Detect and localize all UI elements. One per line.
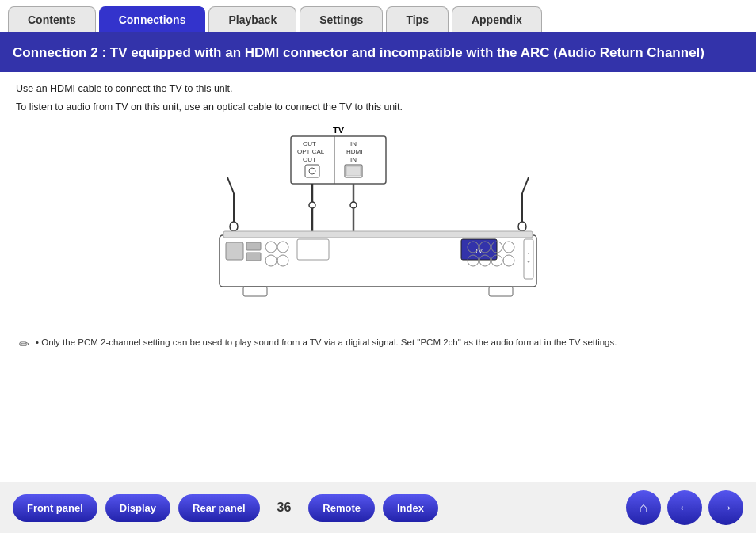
svg-rect-6 xyxy=(305,165,319,177)
bottom-navigation: Front panel Display Rear panel 36 Remote… xyxy=(0,482,756,533)
svg-text:TV: TV xyxy=(333,125,345,135)
svg-text:OUT: OUT xyxy=(303,156,316,163)
svg-rect-12 xyxy=(346,166,361,176)
svg-point-23 xyxy=(350,202,357,208)
note-icon: ✏ xyxy=(19,337,29,352)
svg-text:-: - xyxy=(528,251,529,256)
top-navigation: Contents Connections Playback Settings T… xyxy=(0,0,756,34)
svg-point-18 xyxy=(518,222,526,231)
svg-text:OPTICAL: OPTICAL xyxy=(297,148,325,155)
svg-text:IN: IN xyxy=(350,156,357,163)
tab-appendix[interactable]: Appendix xyxy=(452,6,542,32)
svg-line-14 xyxy=(227,177,234,193)
home-icon: ⌂ xyxy=(640,500,648,516)
display-button[interactable]: Display xyxy=(105,494,170,522)
svg-rect-28 xyxy=(489,287,513,296)
tab-connections[interactable]: Connections xyxy=(99,6,206,32)
note-text: • Only the PCM 2-channel setting can be … xyxy=(36,336,617,349)
forward-icon: → xyxy=(719,500,733,516)
svg-rect-27 xyxy=(243,287,267,296)
svg-point-15 xyxy=(230,222,238,231)
svg-rect-26 xyxy=(223,231,533,238)
svg-rect-31 xyxy=(246,253,261,261)
page-header: Connection 2 : TV equipped with an HDMI … xyxy=(0,34,756,72)
page-number: 36 xyxy=(268,501,301,515)
diagram-svg: TV OUT OPTICAL OUT IN HDMI IN xyxy=(180,122,576,328)
svg-text:OUT: OUT xyxy=(303,140,316,147)
svg-point-20 xyxy=(309,202,315,208)
svg-line-17 xyxy=(522,177,529,193)
tab-settings[interactable]: Settings xyxy=(300,6,383,32)
home-button[interactable]: ⌂ xyxy=(626,490,661,525)
remote-button[interactable]: Remote xyxy=(308,494,375,522)
bottom-nav-left: Front panel Display Rear panel 36 Remote… xyxy=(13,494,438,522)
rear-panel-button[interactable]: Rear panel xyxy=(178,494,259,522)
note-section: ✏ • Only the PCM 2-channel setting can b… xyxy=(16,336,740,352)
connection-diagram: TV OUT OPTICAL OUT IN HDMI IN xyxy=(16,122,740,328)
tab-playback[interactable]: Playback xyxy=(208,6,296,32)
description-line1: Use an HDMI cable to connect the TV to t… xyxy=(16,82,740,97)
forward-button[interactable]: → xyxy=(708,490,743,525)
svg-rect-30 xyxy=(246,242,261,250)
tab-tips[interactable]: Tips xyxy=(386,6,449,32)
index-button[interactable]: Index xyxy=(383,494,438,522)
back-icon: ← xyxy=(678,500,692,516)
back-button[interactable]: ← xyxy=(667,490,702,525)
svg-text:+: + xyxy=(527,259,530,264)
page-title: Connection 2 : TV equipped with an HDMI … xyxy=(13,45,704,60)
front-panel-button[interactable]: Front panel xyxy=(13,494,97,522)
svg-rect-36 xyxy=(297,239,329,260)
tab-contents[interactable]: Contents xyxy=(8,6,96,32)
description-line2: To listen to audio from TV on this unit,… xyxy=(16,100,740,115)
svg-text:HDMI: HDMI xyxy=(346,148,362,155)
main-content: Use an HDMI cable to connect the TV to t… xyxy=(0,72,756,360)
svg-rect-29 xyxy=(226,242,243,260)
svg-text:IN: IN xyxy=(350,140,357,147)
bottom-nav-right: ⌂ ← → xyxy=(626,490,743,525)
